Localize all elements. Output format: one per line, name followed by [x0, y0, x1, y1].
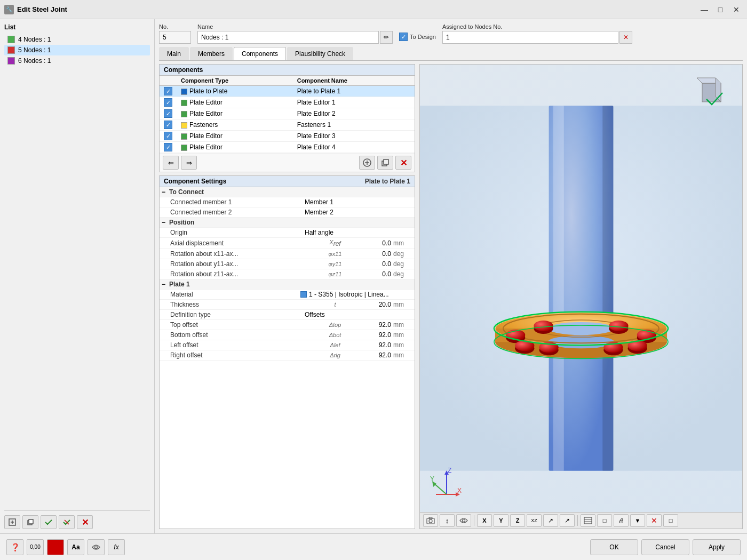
comp-name: Fasteners 1 [293, 119, 415, 131]
tree-group-plate1[interactable]: − Plate 1 [160, 279, 415, 290]
vp-xz-button[interactable]: XZ [527, 514, 542, 527]
row-label: Thickness [170, 301, 322, 308]
row-unit: mm [391, 321, 412, 329]
cancel-button[interactable]: Cancel [641, 539, 689, 555]
row-value: 0.0 [348, 260, 391, 268]
table-row[interactable]: ✓ Fasteners Fasteners 1 [160, 119, 415, 131]
maximize-button[interactable]: □ [714, 4, 727, 15]
vp-separator [577, 515, 578, 526]
viewport[interactable]: Z X Y [419, 64, 743, 529]
row-unit: deg [391, 260, 412, 268]
expand-icon[interactable]: − [162, 281, 169, 288]
tab-plausibility[interactable]: Plausibility Check [287, 47, 353, 60]
vp-x-button[interactable]: X [477, 514, 492, 527]
expand-icon[interactable]: − [162, 219, 169, 226]
cube-navigator[interactable] [692, 73, 734, 117]
vp-eye-button[interactable] [456, 514, 471, 527]
check-button[interactable] [41, 515, 57, 529]
table-row[interactable]: ✓ Plate Editor Plate Editor 3 [160, 131, 415, 142]
row-label: Right offset [170, 351, 322, 359]
vp-expand-button[interactable]: □ [663, 514, 678, 527]
apply-button[interactable]: Apply [693, 539, 741, 555]
to-design-checkbox[interactable]: ✓ [399, 33, 408, 41]
vp-screenshot-button[interactable] [423, 514, 438, 527]
ok-button[interactable]: OK [590, 539, 638, 555]
vp-move-button[interactable]: ↕ [440, 514, 455, 527]
row-checkbox[interactable]: ✓ [164, 143, 172, 151]
row-checkbox[interactable]: ✓ [164, 109, 172, 118]
no-group: No. [159, 23, 191, 44]
vp-layers-button[interactable] [581, 514, 595, 527]
table-row[interactable]: ✓ Plate Editor Plate Editor 4 [160, 142, 415, 153]
components-section: Components Component Type Component Name [159, 64, 415, 172]
bottom-bar: ❓ 0,00 Aa fx OK Cancel Apply [0, 533, 747, 560]
tab-members[interactable]: Members [190, 47, 233, 60]
edit-name-button[interactable]: ✏ [380, 31, 393, 44]
vp-rotate1-button[interactable]: ↗ [543, 514, 558, 527]
vp-reset-button[interactable]: ✕ [647, 514, 662, 527]
copy-component-button[interactable] [377, 156, 393, 170]
tree-row: Left offset Δlef 92.0 mm [160, 340, 415, 350]
font-button[interactable]: Aa [67, 539, 84, 555]
vp-arrow-button[interactable]: ▼ [630, 514, 645, 527]
title-bar: 🔧 Edit Steel Joint — □ ✕ [0, 0, 747, 19]
comp-name: Plate Editor 3 [293, 131, 415, 142]
assigned-delete-button[interactable]: ✕ [619, 31, 632, 44]
vp-y-button[interactable]: Y [494, 514, 508, 527]
move-down-button[interactable]: ⇒ [181, 156, 197, 170]
row-checkbox[interactable]: ✓ [164, 98, 172, 107]
row-checkbox[interactable]: ✓ [164, 121, 172, 129]
row-label: Connected member 1 [170, 198, 278, 206]
color-button[interactable] [47, 539, 64, 555]
number-format-button[interactable]: 0,00 [27, 539, 44, 555]
assigned-input[interactable] [442, 31, 618, 44]
comp-name: Plate Editor 2 [293, 108, 415, 119]
help-button[interactable]: ❓ [6, 539, 23, 555]
table-row[interactable]: ✓ Plate Editor Plate Editor 1 [160, 97, 415, 108]
list-item[interactable]: 4 Nodes : 1 [4, 34, 150, 45]
tab-components[interactable]: Components [234, 47, 286, 60]
list-item[interactable]: 6 Nodes : 1 [4, 55, 150, 66]
delete-component-button[interactable]: ✕ [395, 156, 411, 170]
vp-z-button[interactable]: Z [510, 514, 525, 527]
view-button[interactable] [88, 539, 105, 555]
left-content: Components Component Type Component Name [159, 64, 415, 529]
name-label: Name [197, 23, 393, 30]
tab-main[interactable]: Main [159, 47, 189, 60]
minimize-button[interactable]: — [698, 4, 711, 15]
row-label: Rotation about z11-ax... [170, 270, 322, 278]
no-label: No. [159, 23, 191, 30]
copy-button[interactable] [22, 515, 38, 529]
to-design-label: To Design [410, 34, 436, 40]
formula-button[interactable]: fx [108, 539, 125, 555]
row-symbol: Δbot [322, 332, 348, 338]
table-row[interactable]: ✓ Plate to Plate Plate to Plate 1 [160, 86, 415, 97]
list-item-selected[interactable]: 5 Nodes : 1 [4, 45, 150, 55]
no-input[interactable] [159, 31, 191, 44]
row-checkbox[interactable]: ✓ [164, 132, 172, 140]
row-value: 20.0 [348, 301, 391, 308]
move-up-button[interactable]: ⇐ [163, 156, 179, 170]
vp-box-button[interactable]: □ [597, 514, 612, 527]
add-component-button[interactable] [359, 156, 375, 170]
row-label: Origin [170, 229, 278, 236]
tree-group-to-connect[interactable]: − To Connect [160, 187, 415, 197]
tree-row: Axial displacement Xref 0.0 mm [160, 238, 415, 249]
table-row[interactable]: ✓ Plate Editor Plate Editor 2 [160, 108, 415, 119]
row-checkbox[interactable]: ✓ [164, 87, 172, 95]
material-color-swatch [300, 291, 307, 298]
close-button[interactable]: ✕ [730, 4, 743, 15]
vp-rotate2-button[interactable]: ↗ [560, 514, 575, 527]
row-symbol: φz11 [322, 271, 348, 277]
tree-group-position[interactable]: − Position [160, 218, 415, 228]
tree-row: Connected member 2 Member 2 [160, 207, 415, 218]
viewport-3d[interactable]: Z X Y [420, 65, 742, 512]
name-input[interactable] [197, 31, 379, 44]
new-button[interactable] [4, 515, 20, 529]
uncheck-button[interactable] [59, 515, 75, 529]
vp-print-button[interactable]: 🖨 [614, 514, 629, 527]
app-icon: 🔧 [4, 5, 14, 14]
group-label: To Connect [169, 188, 412, 196]
delete-list-button[interactable]: ✕ [77, 515, 93, 529]
expand-icon[interactable]: − [162, 188, 169, 196]
